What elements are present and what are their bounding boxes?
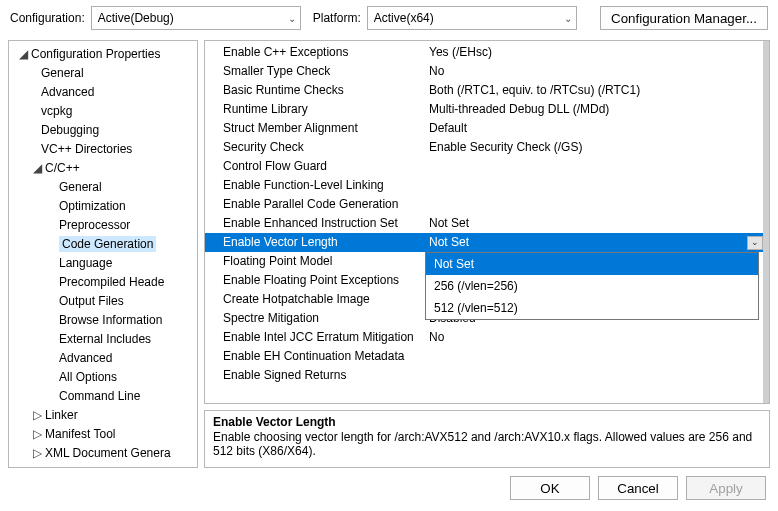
cancel-button[interactable]: Cancel [598,476,678,500]
description-body: Enable choosing vector length for /arch:… [213,430,761,458]
property-value[interactable] [425,176,769,195]
tree-item-ccpp-codegen[interactable]: Code Generation [11,235,195,254]
dialog-footer: OK Cancel Apply [0,468,778,508]
tree-item-ccpp-preprocessor[interactable]: Preprocessor [11,216,195,235]
property-row[interactable]: Control Flow Guard [205,157,769,176]
property-name: Enable Signed Returns [205,366,425,385]
config-tree[interactable]: ◢Configuration Properties General Advanc… [11,45,195,463]
tree-item-ccpp-alloptions[interactable]: All Options [11,368,195,387]
property-row[interactable]: Enable Signed Returns [205,366,769,385]
property-row[interactable]: Basic Runtime ChecksBoth (/RTC1, equiv. … [205,81,769,100]
vector-length-dropdown[interactable]: Not Set256 (/vlen=256)512 (/vlen=512) [425,252,759,320]
tree-item-general[interactable]: General [11,64,195,83]
property-name: Enable Enhanced Instruction Set [205,214,425,233]
chevron-down-icon: ⌄ [564,13,572,24]
property-row[interactable]: Struct Member AlignmentDefault [205,119,769,138]
property-name: Basic Runtime Checks [205,81,425,100]
property-grid: Enable C++ ExceptionsYes (/EHsc)Smaller … [204,40,770,404]
configuration-label: Configuration: [10,11,85,25]
property-value[interactable]: Not Set [425,214,769,233]
expander-closed-icon[interactable]: ▷ [31,425,43,444]
expander-closed-icon[interactable]: ▷ [31,406,43,425]
configuration-combo[interactable]: Active(Debug) ⌄ [91,6,301,30]
chevron-down-icon[interactable]: ⌄ [747,236,763,250]
property-row[interactable]: Enable EH Continuation Metadata [205,347,769,366]
chevron-down-icon: ⌄ [288,13,296,24]
property-name: Enable Parallel Code Generation [205,195,425,214]
tree-item-ccpp-pch[interactable]: Precompiled Heade [11,273,195,292]
tree-item-ccpp-cmdline[interactable]: Command Line [11,387,195,406]
tree-item-ccpp-output[interactable]: Output Files [11,292,195,311]
tree-item-vcdirs[interactable]: VC++ Directories [11,140,195,159]
tree-pane: ◢Configuration Properties General Advanc… [8,40,198,468]
property-name: Security Check [205,138,425,157]
property-value[interactable]: Both (/RTC1, equiv. to /RTCsu) (/RTC1) [425,81,769,100]
property-row[interactable]: Runtime LibraryMulti-threaded Debug DLL … [205,100,769,119]
tree-item-manifest[interactable]: ▷Manifest Tool [11,425,195,444]
scrollbar[interactable] [763,41,769,403]
platform-label: Platform: [313,11,361,25]
property-value[interactable]: Yes (/EHsc) [425,43,769,62]
right-pane: Enable C++ ExceptionsYes (/EHsc)Smaller … [204,40,770,468]
property-value[interactable] [425,366,769,385]
configuration-manager-button[interactable]: Configuration Manager... [600,6,768,30]
property-name: Enable EH Continuation Metadata [205,347,425,366]
property-value[interactable]: Default [425,119,769,138]
tree-item-ccpp-advanced[interactable]: Advanced [11,349,195,368]
property-name: Enable C++ Exceptions [205,43,425,62]
configuration-value: Active(Debug) [98,11,174,25]
description-panel: Enable Vector Length Enable choosing vec… [204,410,770,468]
dropdown-option[interactable]: 512 (/vlen=512) [426,297,758,319]
property-row[interactable]: Enable Intel JCC Erratum MitigationNo [205,328,769,347]
tree-item-vcpkg[interactable]: vcpkg [11,102,195,121]
property-value[interactable]: Enable Security Check (/GS) [425,138,769,157]
expander-closed-icon[interactable]: ▷ [31,444,43,463]
tree-item-xmldoc[interactable]: ▷XML Document Genera [11,444,195,463]
tree-item-advanced[interactable]: Advanced [11,83,195,102]
description-title: Enable Vector Length [213,415,761,429]
apply-button[interactable]: Apply [686,476,766,500]
property-name: Control Flow Guard [205,157,425,176]
property-name: Enable Vector Length [205,233,425,252]
expander-open-icon[interactable]: ◢ [31,159,43,178]
property-row[interactable]: Smaller Type CheckNo [205,62,769,81]
property-name: Spectre Mitigation [205,309,425,328]
tree-item-debugging[interactable]: Debugging [11,121,195,140]
property-value[interactable] [425,195,769,214]
property-value[interactable]: Not Set⌄ [425,233,769,252]
tree-item-ccpp-browse[interactable]: Browse Information [11,311,195,330]
property-name: Enable Function-Level Linking [205,176,425,195]
property-name: Enable Floating Point Exceptions [205,271,425,290]
property-name: Runtime Library [205,100,425,119]
main-area: ◢Configuration Properties General Advanc… [0,36,778,468]
property-value[interactable] [425,347,769,366]
tree-item-ccpp-language[interactable]: Language [11,254,195,273]
platform-combo[interactable]: Active(x64) ⌄ [367,6,577,30]
dropdown-option[interactable]: Not Set [426,253,758,275]
property-value[interactable]: No [425,328,769,347]
property-value[interactable]: Multi-threaded Debug DLL (/MDd) [425,100,769,119]
property-name: Enable Intel JCC Erratum Mitigation [205,328,425,347]
property-row[interactable]: Enable Function-Level Linking [205,176,769,195]
property-row[interactable]: Enable Vector LengthNot Set⌄ [205,233,769,252]
property-name: Floating Point Model [205,252,425,271]
property-name: Struct Member Alignment [205,119,425,138]
tree-item-linker[interactable]: ▷Linker [11,406,195,425]
dropdown-option[interactable]: 256 (/vlen=256) [426,275,758,297]
property-row[interactable]: Enable C++ ExceptionsYes (/EHsc) [205,43,769,62]
property-value[interactable] [425,157,769,176]
expander-open-icon[interactable]: ◢ [17,45,29,64]
property-row[interactable]: Enable Enhanced Instruction SetNot Set [205,214,769,233]
property-name: Smaller Type Check [205,62,425,81]
tree-item-ccpp-general[interactable]: General [11,178,195,197]
ok-button[interactable]: OK [510,476,590,500]
property-value[interactable]: No [425,62,769,81]
tree-root[interactable]: ◢Configuration Properties [11,45,195,64]
platform-value: Active(x64) [374,11,434,25]
property-row[interactable]: Enable Parallel Code Generation [205,195,769,214]
tree-item-ccpp[interactable]: ◢C/C++ [11,159,195,178]
tree-item-ccpp-optimization[interactable]: Optimization [11,197,195,216]
top-toolbar: Configuration: Active(Debug) ⌄ Platform:… [0,0,778,36]
tree-item-ccpp-external[interactable]: External Includes [11,330,195,349]
property-row[interactable]: Security CheckEnable Security Check (/GS… [205,138,769,157]
